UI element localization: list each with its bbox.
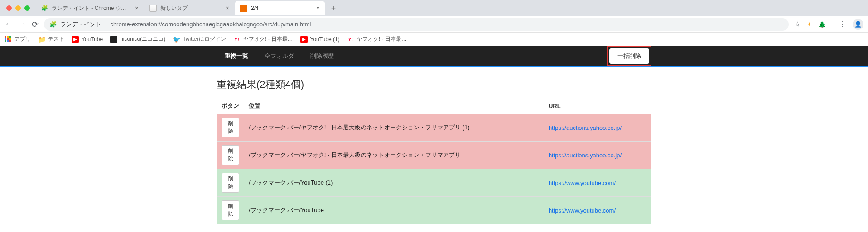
bulk-delete-button[interactable]: 一括削除 xyxy=(609,48,649,64)
table-row: 削除/ブックマーク バー/YouTube (1)https://www.yout… xyxy=(217,169,651,197)
cell-position: /ブックマーク バー/YouTube xyxy=(244,197,544,224)
apps-grid-icon xyxy=(5,36,12,43)
cell-url: https://auctions.yahoo.co.jp/ xyxy=(544,142,651,169)
extension-icon[interactable]: ✦ xyxy=(807,21,812,28)
content: 重複結果(2種類4個) ボタン 位置 URL 削除/ブックマーク バー/ヤフオク… xyxy=(0,67,868,232)
url-link[interactable]: https://auctions.yahoo.co.jp/ xyxy=(549,152,622,159)
bookmark-label: YouTube xyxy=(82,36,103,43)
table-row: 削除/ブックマーク バー/ヤフオク! - 日本最大級のネットオークション・フリマ… xyxy=(217,142,651,169)
browser-chrome: 🧩 ランデ・イント - Chrome ウェブ × 新しいタブ × 2/4 × +… xyxy=(0,0,868,46)
bookmark-star-icon[interactable]: ☆ xyxy=(794,20,800,28)
youtube-icon: ▶ xyxy=(72,36,79,43)
bookmark-label: ヤフオク! - 日本最… xyxy=(357,35,407,43)
cell-button: 削除 xyxy=(217,114,244,142)
delete-row-button[interactable]: 削除 xyxy=(222,118,239,137)
cell-position: /ブックマーク バー/YouTube (1) xyxy=(244,169,544,197)
bookmark-yahoo-auction[interactable]: Y! ヤフオク! - 日本最… xyxy=(233,35,293,43)
close-tab-icon[interactable]: × xyxy=(226,5,229,12)
extension-nav-inner: 重複一覧 空フォルダ 削除履歴 一括削除 xyxy=(217,46,651,66)
table-header-row: ボタン 位置 URL xyxy=(217,98,651,114)
url-link[interactable]: https://auctions.yahoo.co.jp/ xyxy=(549,124,622,131)
extension-puzzle-icon: 🧩 xyxy=(49,21,57,28)
omnibox-path: chrome-extension://comoodengbhchaeglcgaa… xyxy=(110,21,311,28)
browser-tab[interactable]: 🧩 ランデ・イント - Chrome ウェブ × xyxy=(35,1,144,15)
url-link[interactable]: https://www.youtube.com/ xyxy=(549,180,616,186)
browser-tab[interactable]: 新しいタブ × xyxy=(144,1,235,15)
extension-icon[interactable]: 🌲 xyxy=(818,21,826,28)
cell-url: https://www.youtube.com/ xyxy=(544,169,651,197)
bookmark-youtube[interactable]: ▶ YouTube (1) xyxy=(300,36,340,43)
bookmarks-bar: アプリ 📁 テスト ▶ YouTube niconico(ニコニコ) 🐦 Twi… xyxy=(0,33,868,46)
yahoo-icon: Y! xyxy=(233,36,241,43)
niconico-icon xyxy=(110,36,117,43)
tab-strip: 🧩 ランデ・イント - Chrome ウェブ × 新しいタブ × 2/4 × + xyxy=(0,0,868,16)
bookmark-youtube[interactable]: ▶ YouTube xyxy=(72,36,103,43)
table-row: 削除/ブックマーク バー/YouTubehttps://www.youtube.… xyxy=(217,197,651,224)
tab-duplicates[interactable]: 重複一覧 xyxy=(217,46,256,66)
extension-nav: 重複一覧 空フォルダ 削除履歴 一括削除 xyxy=(0,46,868,67)
cell-url: https://auctions.yahoo.co.jp/ xyxy=(544,114,651,142)
close-window-icon[interactable] xyxy=(6,5,12,11)
tab-empty-folders[interactable]: 空フォルダ xyxy=(256,46,302,66)
cell-position: /ブックマーク バー/ヤフオク! - 日本最大級のネットオークション・フリマアプ… xyxy=(244,114,544,142)
cell-button: 削除 xyxy=(217,169,244,197)
content-inner: 重複結果(2種類4個) ボタン 位置 URL 削除/ブックマーク バー/ヤフオク… xyxy=(217,78,651,224)
blank-favicon-icon xyxy=(149,5,157,12)
bookmark-yahoo-auction[interactable]: Y! ヤフオク! - 日本最… xyxy=(347,35,407,43)
delete-row-button[interactable]: 削除 xyxy=(222,145,239,165)
tab-delete-history[interactable]: 削除履歴 xyxy=(302,46,342,66)
cell-button: 削除 xyxy=(217,197,244,224)
toolbar: ← → ⟳ 🧩 ランデ・イント | chrome-extension://com… xyxy=(0,16,868,33)
bookmark-niconico[interactable]: niconico(ニコニコ) xyxy=(110,35,165,43)
youtube-icon: ▶ xyxy=(300,36,308,43)
bookmark-label: ヤフオク! - 日本最… xyxy=(243,35,293,43)
bookmark-folder[interactable]: 📁 テスト xyxy=(38,35,64,43)
folder-icon: 📁 xyxy=(38,36,45,43)
forward-button[interactable]: → xyxy=(18,19,26,29)
tab-label: 空フォルダ xyxy=(265,52,294,60)
zoom-window-icon[interactable] xyxy=(24,5,30,11)
tab-title: ランデ・イント - Chrome ウェブ xyxy=(52,5,131,12)
bookmark-twitter[interactable]: 🐦 Twitterにログイン xyxy=(173,35,226,43)
bookmark-label: YouTube (1) xyxy=(310,36,340,43)
bookmark-label: niconico(ニコニコ) xyxy=(120,35,165,43)
toolbar-right: ☆ ✦ 🌲 ⋮ 👤 xyxy=(794,19,863,30)
delete-row-button[interactable]: 削除 xyxy=(222,200,239,220)
cell-position: /ブックマーク バー/ヤフオク! - 日本最大級のネットオークション・フリマアプ… xyxy=(244,142,544,169)
new-tab-button[interactable]: + xyxy=(327,2,340,14)
duplicates-table: ボタン 位置 URL 削除/ブックマーク バー/ヤフオク! - 日本最大級のネッ… xyxy=(217,98,651,224)
table-row: 削除/ブックマーク バー/ヤフオク! - 日本最大級のネットオークション・フリマ… xyxy=(217,114,651,142)
extension-favicon-icon xyxy=(240,5,247,12)
bulk-delete-highlight: 一括削除 xyxy=(607,46,651,66)
tab-label: 削除履歴 xyxy=(310,52,334,60)
col-position: 位置 xyxy=(244,98,544,114)
result-heading: 重複結果(2種類4個) xyxy=(217,78,651,91)
tab-label: 重複一覧 xyxy=(225,52,248,60)
yahoo-icon: Y! xyxy=(347,36,354,43)
tab-title: 新しいタブ xyxy=(160,5,222,12)
minimize-window-icon[interactable] xyxy=(15,5,21,11)
store-favicon-icon: 🧩 xyxy=(41,5,48,12)
bookmark-label: Twitterにログイン xyxy=(183,35,226,43)
twitter-icon: 🐦 xyxy=(173,36,180,43)
omnibox-sep: | xyxy=(105,21,106,28)
back-button[interactable]: ← xyxy=(5,19,13,29)
delete-row-button[interactable]: 削除 xyxy=(222,173,239,193)
profile-avatar-icon[interactable]: 👤 xyxy=(853,19,863,30)
browser-tab-active[interactable]: 2/4 × xyxy=(235,1,325,15)
omnibox[interactable]: 🧩 ランデ・イント | chrome-extension://comoodeng… xyxy=(44,18,789,31)
col-button: ボタン xyxy=(217,98,244,114)
url-link[interactable]: https://www.youtube.com/ xyxy=(549,207,616,214)
cell-button: 削除 xyxy=(217,142,244,169)
bookmark-apps[interactable]: アプリ xyxy=(5,35,31,43)
window-controls xyxy=(4,5,35,11)
close-tab-icon[interactable]: × xyxy=(316,5,320,12)
omnibox-site: ランデ・イント xyxy=(60,20,101,28)
bookmark-label: アプリ xyxy=(14,35,31,43)
bookmark-label: テスト xyxy=(48,35,64,43)
close-tab-icon[interactable]: × xyxy=(135,5,139,12)
tab-title: 2/4 xyxy=(251,5,313,11)
menu-icon[interactable]: ⋮ xyxy=(839,20,846,28)
reload-button[interactable]: ⟳ xyxy=(32,19,39,29)
col-url: URL xyxy=(544,98,651,114)
